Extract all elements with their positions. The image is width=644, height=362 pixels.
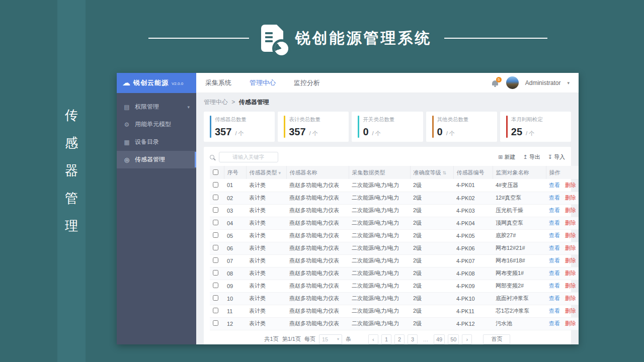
view-link[interactable]: 查看: [549, 308, 560, 314]
sidebar-item[interactable]: ▦ 设备目录: [117, 133, 196, 151]
view-link[interactable]: 查看: [549, 283, 560, 289]
stat-color-bar: [210, 116, 211, 138]
cell-data-type: 二次能源/电力/电力: [349, 280, 410, 292]
view-link[interactable]: 查看: [549, 295, 560, 301]
user-menu-caret-icon[interactable]: ▾: [567, 80, 570, 85]
page-vertical-label: 传感器管理: [57, 102, 86, 240]
new-button[interactable]: ⊞ 新建: [498, 153, 515, 161]
stat-card: 开关类总数量 0 / 个: [352, 112, 423, 142]
delete-link[interactable]: 删除: [565, 270, 576, 276]
view-link[interactable]: 查看: [549, 270, 560, 276]
row-checkbox[interactable]: [213, 308, 218, 313]
row-checkbox[interactable]: [213, 270, 218, 276]
stat-color-bar: [284, 116, 285, 138]
delete-link[interactable]: 删除: [565, 220, 576, 226]
avatar[interactable]: [506, 76, 519, 89]
page-number-button[interactable]: 49: [434, 334, 445, 344]
row-checkbox[interactable]: [213, 232, 218, 238]
table-row: 06 表计类 燕赵多功能电力仪表 二次能源/电力/电力 2级 4-PK06 网布…: [210, 242, 579, 254]
delete-link[interactable]: 删除: [565, 308, 576, 314]
search-input[interactable]: [219, 152, 278, 162]
delete-link[interactable]: 删除: [565, 207, 576, 213]
select-all-checkbox[interactable]: [213, 169, 218, 175]
row-checkbox[interactable]: [213, 207, 218, 213]
cell-monitor-target: 12#真空泵: [493, 192, 546, 204]
home-page-button[interactable]: 首页: [483, 334, 510, 344]
notification-bell-icon[interactable]: 5: [492, 79, 500, 87]
view-link[interactable]: 查看: [549, 232, 560, 238]
row-checkbox[interactable]: [213, 220, 218, 225]
page-number-button[interactable]: 50: [448, 334, 459, 344]
export-button[interactable]: ↥ 导出: [523, 153, 540, 161]
sidebar-item[interactable]: ▤ 权限管理 ▾: [117, 98, 196, 116]
new-icon: ⊞: [498, 154, 503, 160]
stat-unit: / 个: [526, 130, 534, 137]
nav-tab[interactable]: 监控分析: [294, 78, 320, 87]
row-checkbox[interactable]: [213, 295, 218, 301]
next-page-button[interactable]: ›: [462, 334, 472, 344]
delete-link[interactable]: 删除: [565, 295, 576, 301]
stat-card: 本月到期检定 25 / 个: [500, 112, 571, 142]
page-number-button[interactable]: 3: [408, 334, 418, 344]
stat-card: 表计类总数量 357 / 个: [278, 112, 349, 142]
stat-value: 357: [289, 126, 305, 138]
sort-icon[interactable]: ⇅: [443, 170, 447, 175]
page-size-select[interactable]: 15 ▾: [319, 334, 342, 344]
page-ellipsis: …: [421, 334, 431, 344]
chevron-down-icon: ▾: [187, 105, 190, 110]
cell-monitor-target: 芯1芯2冲浆泵: [493, 305, 546, 317]
delete-link[interactable]: 删除: [565, 195, 576, 201]
column-header: 操作: [546, 166, 579, 179]
logo-name: 锐创云能源: [133, 78, 169, 87]
view-link[interactable]: 查看: [549, 207, 560, 213]
row-checkbox[interactable]: [213, 195, 218, 200]
cell-sensor-name: 燕赵多功能电力仪表: [286, 254, 349, 267]
delete-link[interactable]: 删除: [565, 257, 576, 263]
sidebar-item[interactable]: ⚙ 用能单元模型: [117, 116, 196, 133]
view-link[interactable]: 查看: [549, 195, 560, 201]
row-checkbox[interactable]: [213, 257, 218, 263]
table-header-row: 序号传感器类型▾传感器名称采集数据类型准确度等级⇅传感器编号监测对象名称操作: [210, 166, 579, 179]
row-checkbox[interactable]: [213, 245, 218, 250]
table-panel: ⊞ 新建 ↥ 导出 ↧ 导入: [204, 147, 571, 344]
page-number-button[interactable]: 1: [381, 334, 391, 344]
filter-icon[interactable]: ▾: [279, 170, 281, 175]
row-checkbox[interactable]: [213, 182, 218, 188]
nav-tab[interactable]: 采集系统: [205, 78, 231, 87]
cell-monitor-target: 顶网真空泵: [493, 217, 546, 229]
row-checkbox[interactable]: [213, 320, 218, 326]
cell-sensor-code: 4-PK01: [453, 179, 493, 192]
cell-accuracy-level: 2级: [410, 292, 453, 305]
cell-serial: 04: [224, 217, 246, 229]
cell-monitor-target: 污水池: [493, 317, 546, 330]
row-checkbox[interactable]: [213, 283, 218, 288]
cell-sensor-name: 燕赵多功能电力仪表: [286, 242, 349, 254]
cell-sensor-type: 表计类: [246, 280, 286, 292]
device-catalog-icon: ▦: [123, 139, 130, 146]
view-link[interactable]: 查看: [549, 245, 560, 251]
cell-serial: 03: [224, 204, 246, 217]
cell-data-type: 二次能源/电力/电力: [349, 317, 410, 330]
sidebar: ☁ 锐创云能源 V2.0.0 ▤ 权限管理 ▾ ⚙ 用能单元模型 ▦ 设备目录 …: [117, 73, 196, 344]
view-link[interactable]: 查看: [549, 320, 560, 326]
import-button[interactable]: ↧ 导入: [548, 153, 565, 161]
page-number-button[interactable]: 2: [394, 334, 405, 344]
view-link[interactable]: 查看: [549, 257, 560, 263]
prev-page-button[interactable]: ‹: [368, 334, 378, 344]
delete-link[interactable]: 删除: [565, 245, 576, 251]
cell-accuracy-level: 2级: [410, 305, 453, 317]
view-link[interactable]: 查看: [549, 182, 560, 188]
delete-link[interactable]: 删除: [565, 232, 576, 238]
delete-link[interactable]: 删除: [565, 283, 576, 289]
delete-link[interactable]: 删除: [565, 320, 576, 326]
delete-link[interactable]: 删除: [565, 182, 576, 188]
cell-monitor-target: 网布12#21#: [493, 242, 546, 254]
breadcrumb-parent[interactable]: 管理中心: [204, 99, 228, 106]
banner: 锐创能源管理系统: [117, 19, 579, 57]
view-link[interactable]: 查看: [549, 220, 560, 226]
nav-tab[interactable]: 管理中心: [250, 78, 276, 87]
user-name[interactable]: Administrator: [525, 79, 561, 86]
sidebar-item[interactable]: ◎ 传感器管理: [117, 151, 196, 168]
stat-unit: / 个: [446, 130, 455, 137]
topbar-right: 5 Administrator ▾: [492, 76, 570, 89]
